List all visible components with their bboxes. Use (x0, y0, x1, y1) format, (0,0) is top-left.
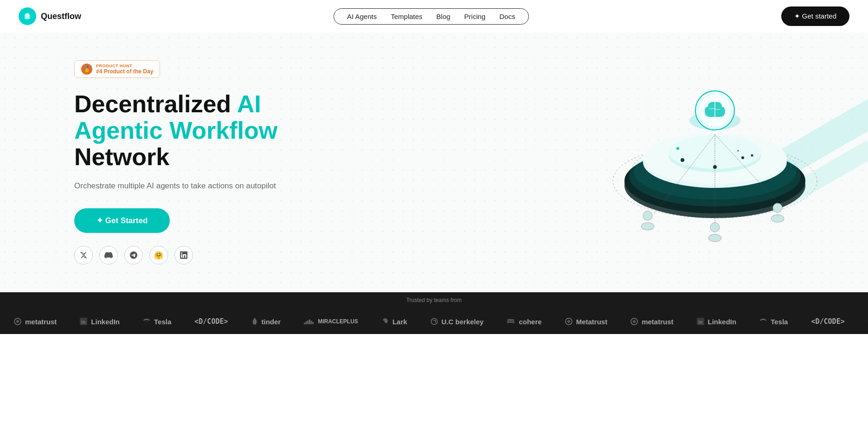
hero-content: 🏅 PRODUCT HUNT #4 Product of the Day Dec… (0, 60, 288, 292)
svg-text:in: in (698, 319, 703, 325)
social-icon-telegram[interactable] (124, 246, 143, 264)
nav-get-started-button[interactable]: ✦ Get started (781, 6, 849, 26)
trust-logo-tesla: Tesla (143, 318, 171, 326)
navigation: Questflow AI Agents Templates Blog Prici… (0, 0, 868, 32)
svg-point-26 (641, 223, 654, 230)
headline-prefix: Decentralized (74, 90, 237, 117)
nav-docs[interactable]: Docs (499, 13, 515, 20)
nav-menu: AI Agents Templates Blog Pricing Docs (334, 8, 529, 25)
social-icon-linkedin[interactable] (174, 246, 193, 264)
headline-suffix: Network (74, 143, 169, 170)
below-fold (0, 334, 868, 437)
nav-blog[interactable]: Blog (437, 13, 450, 20)
trust-logos-scroller: metatrust in LinkedIn Tesla <D/CODE> tin… (0, 317, 868, 326)
svg-rect-41 (311, 321, 312, 324)
hero-headline: Decentralized AI Agentic Workflow Networ… (74, 91, 288, 171)
nav-ai-agents[interactable]: AI Agents (347, 13, 377, 20)
trust-logo-tesla-dup: Tesla (759, 318, 788, 326)
logo[interactable]: Questflow (19, 7, 81, 25)
trust-logo-dcode-dup: <D/CODE> (811, 317, 844, 326)
svg-point-33 (737, 150, 739, 152)
svg-point-2 (25, 17, 31, 19)
svg-point-32 (751, 154, 753, 157)
social-icon-huggingface[interactable]: 🤗 (149, 246, 168, 264)
trust-bar: Trusted by teams from metatrust in Linke… (0, 292, 868, 334)
ph-label: PRODUCT HUNT (96, 64, 153, 68)
svg-text:in: in (81, 319, 86, 325)
svg-point-27 (710, 223, 720, 232)
svg-rect-40 (309, 320, 310, 324)
svg-point-21 (713, 165, 717, 169)
social-icon-discord[interactable] (99, 246, 118, 264)
ph-badge-title: #4 Product of the Day (96, 68, 153, 75)
nav-templates[interactable]: Templates (391, 13, 422, 20)
svg-rect-38 (306, 321, 307, 324)
svg-point-28 (708, 234, 721, 242)
svg-point-31 (676, 147, 679, 150)
trust-logo-lark: Lark (381, 318, 407, 326)
svg-point-43 (431, 318, 437, 324)
trust-bar-label: Trusted by teams from (406, 297, 462, 303)
trust-logo-linkedin: in LinkedIn (80, 318, 120, 326)
svg-rect-37 (304, 323, 305, 324)
trust-logo-metatrust-left: metatrust (14, 318, 57, 326)
svg-rect-42 (313, 322, 314, 324)
hero-illustration (599, 42, 831, 255)
ph-text-group: PRODUCT HUNT #4 Product of the Day (96, 64, 153, 75)
trust-logo-cohere: cohere (507, 318, 541, 326)
brand-name: Questflow (41, 12, 81, 21)
trust-logo-linkedin-dup: in LinkedIn (697, 318, 737, 326)
trust-logo-uc-berkeley: U.C berkeley (431, 318, 484, 326)
hero-section: 🏅 PRODUCT HUNT #4 Product of the Day Dec… (0, 32, 868, 292)
nav-pricing[interactable]: Pricing (464, 13, 486, 20)
trust-logo-metatrust: Metatrust (565, 318, 608, 326)
social-icon-x-twitter[interactable] (74, 246, 93, 264)
social-icons-row: 🤗 (74, 246, 288, 264)
svg-point-19 (681, 158, 684, 162)
hero-cta-button[interactable]: ✦ Get Started (74, 208, 170, 233)
hero-subheadline: Orchestrate multiple AI agents to take a… (74, 180, 288, 192)
ph-medal: 🏅 (81, 64, 92, 75)
product-hunt-badge: 🏅 PRODUCT HUNT #4 Product of the Day (74, 60, 160, 78)
trust-logo-metatrust-left-dup: metatrust (630, 318, 673, 326)
trust-logo-tinder: tinder (251, 318, 281, 326)
svg-point-25 (643, 211, 652, 220)
logo-icon (19, 7, 36, 25)
svg-rect-39 (308, 321, 309, 324)
svg-point-20 (741, 156, 744, 159)
svg-point-29 (773, 203, 782, 212)
svg-point-30 (771, 215, 784, 222)
trust-logo-miracleplus: MIRACLEPLUS (304, 318, 358, 325)
trust-logo-dcode: <D/CODE> (194, 317, 228, 326)
